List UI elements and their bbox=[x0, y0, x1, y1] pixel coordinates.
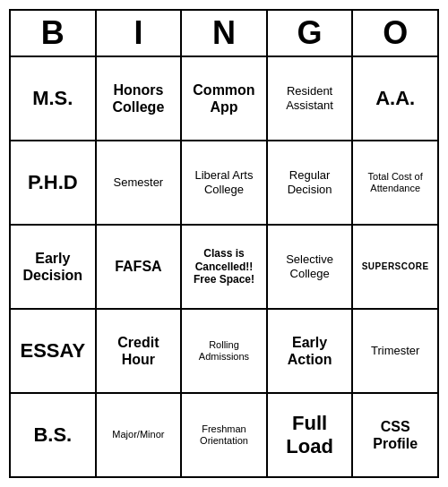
bingo-cell-4-2: Freshman Orientation bbox=[182, 394, 268, 476]
bingo-cell-4-4: CSS Profile bbox=[353, 394, 437, 476]
bingo-grid: M.S.Honors CollegeCommon AppResident Ass… bbox=[11, 57, 437, 476]
bingo-cell-0-1: Honors College bbox=[97, 57, 183, 140]
bingo-letter-o: O bbox=[353, 11, 437, 56]
bingo-cell-3-4: Trimester bbox=[353, 310, 437, 392]
bingo-cell-2-0: Early Decision bbox=[11, 226, 97, 308]
bingo-cell-4-0: B.S. bbox=[11, 394, 97, 476]
bingo-cell-2-4: SUPERSCORE bbox=[353, 226, 437, 308]
bingo-cell-3-0: ESSAY bbox=[11, 310, 97, 392]
bingo-cell-0-0: M.S. bbox=[11, 57, 97, 140]
bingo-cell-1-1: Semester bbox=[97, 141, 183, 224]
bingo-cell-0-2: Common App bbox=[182, 57, 268, 140]
bingo-cell-2-1: FAFSA bbox=[97, 226, 183, 308]
bingo-cell-3-1: Credit Hour bbox=[97, 310, 183, 392]
bingo-cell-3-2: Rolling Admissions bbox=[182, 310, 268, 392]
bingo-row-0: M.S.Honors CollegeCommon AppResident Ass… bbox=[11, 57, 437, 141]
bingo-letter-b: B bbox=[11, 11, 97, 56]
bingo-row-2: Early DecisionFAFSAClass is Cancelled!! … bbox=[11, 226, 437, 310]
bingo-letter-i: I bbox=[97, 11, 183, 56]
bingo-cell-1-0: P.H.D bbox=[11, 141, 97, 224]
bingo-cell-0-4: A.A. bbox=[353, 57, 437, 140]
bingo-row-3: ESSAYCredit HourRolling AdmissionsEarly … bbox=[11, 310, 437, 394]
bingo-cell-2-3: Selective College bbox=[268, 226, 354, 308]
bingo-letter-g: G bbox=[268, 11, 354, 56]
bingo-cell-1-3: Regular Decision bbox=[268, 141, 354, 224]
bingo-row-1: P.H.DSemesterLiberal Arts CollegeRegular… bbox=[11, 141, 437, 226]
bingo-cell-3-3: Early Action bbox=[268, 310, 354, 392]
bingo-header: BINGO bbox=[11, 11, 437, 57]
bingo-cell-2-2: Class is Cancelled!! Free Space! bbox=[182, 226, 268, 308]
bingo-cell-1-4: Total Cost of Attendance bbox=[353, 141, 437, 224]
bingo-cell-0-3: Resident Assistant bbox=[268, 57, 354, 140]
bingo-card: BINGO M.S.Honors CollegeCommon AppReside… bbox=[9, 9, 439, 478]
bingo-cell-1-2: Liberal Arts College bbox=[182, 141, 268, 224]
bingo-letter-n: N bbox=[182, 11, 268, 56]
bingo-cell-4-3: Full Load bbox=[268, 394, 354, 476]
bingo-cell-4-1: Major/Minor bbox=[97, 394, 183, 476]
bingo-row-4: B.S.Major/MinorFreshman OrientationFull … bbox=[11, 394, 437, 476]
